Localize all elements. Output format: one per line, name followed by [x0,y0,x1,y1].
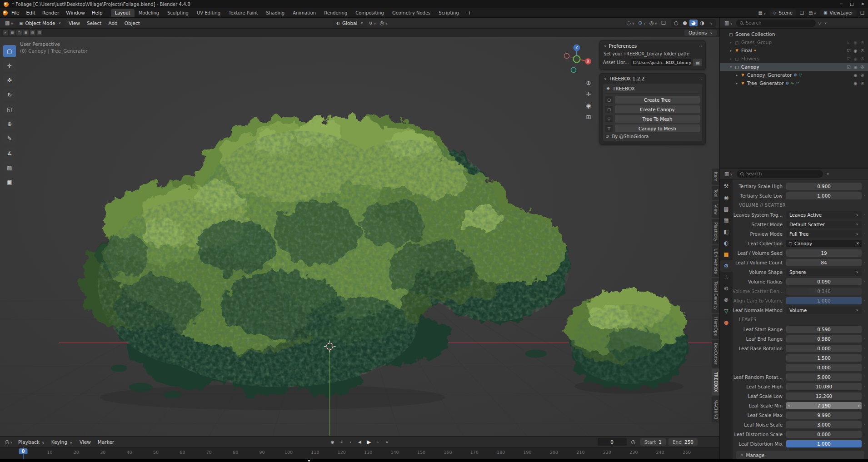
viewport-menu[interactable]: Object [121,20,143,27]
gizmos-toggle-icon[interactable]: ⊙∨ [637,20,647,26]
disable-render-icon[interactable]: ✇ [859,56,866,61]
hide-viewport-icon[interactable]: ◉ [852,73,859,78]
viewport-3d[interactable]: ▸▦▢▣▤▥ Options∨ User Perspective (0) Can… [0,29,719,436]
number-field[interactable]: 0.000 [786,364,862,371]
object-properties-tab[interactable]: ■ [720,249,733,260]
viewport-menu[interactable]: Select [84,20,105,27]
blender-menu-icon[interactable] [3,10,8,15]
app-menu[interactable]: Window [63,9,88,16]
outliner-row[interactable]: ▸▼Final▾☑◉✇ [720,46,868,55]
viewlayer-browse-icon[interactable]: ▤∨ [808,10,817,15]
properties-editor-icon[interactable]: ▥∨ [723,170,734,177]
decrement-arrow-icon[interactable]: ‹ [788,402,790,409]
animate-dot[interactable]: · [862,431,868,437]
animate-dot[interactable]: · [862,259,868,265]
auto-key-button[interactable]: ◉ [329,439,337,445]
manage-panel-header[interactable]: ∨Manage [736,451,864,459]
exclude-checkbox[interactable]: ☑ [845,56,852,61]
exclude-checkbox[interactable]: ☑ [845,48,852,53]
workspace-tab[interactable]: Geometry Nodes [388,9,434,17]
annotate-tool[interactable]: ✎ [3,132,16,144]
xray-toggle-icon[interactable]: ❏ [659,20,668,26]
number-field[interactable]: 0.090 [786,278,862,285]
extra-tool[interactable]: ▣ [3,176,16,188]
animate-dot[interactable]: · [862,193,868,199]
treebox-header[interactable]: TREEBOX 1.2.2 [609,76,645,81]
animate-dot[interactable]: · [862,221,868,227]
workspace-tab[interactable]: Compositing [351,9,388,17]
timeline-menu[interactable]: Keying ∨ [48,438,75,446]
outliner-row[interactable]: ▸▢Flowers☑◉✇ [720,55,868,63]
expand-arrow-icon[interactable]: ▾ [728,65,733,69]
ortho-grid-icon[interactable]: ⊞ [584,114,593,120]
disable-render-icon[interactable]: ✇ [859,48,866,53]
output-properties-tab[interactable]: ▤ [720,204,733,215]
hide-viewport-icon[interactable]: ◉ [852,81,859,86]
outliner-row[interactable]: ▸▼Tree_Generator⚙∿◠◉✇ [720,79,868,87]
animate-dot[interactable]: · [862,383,868,389]
workspace-tab[interactable]: UV Editing [193,9,224,17]
material-properties-tab[interactable]: ● [720,317,733,328]
timeline-editor-icon[interactable]: ◷∨ [4,438,14,445]
navigation-gizmo[interactable]: Z X [560,42,594,76]
collection-field[interactable]: ▢Canopy✕ [786,240,862,247]
current-frame-field[interactable]: 0 [598,438,627,446]
panel-drag-icon[interactable]: ∷ [699,76,702,81]
number-field[interactable]: 0.340 [786,288,862,295]
exclude-checkbox[interactable]: ☑ [845,65,852,70]
shading-solid-icon[interactable]: ● [681,20,689,26]
sidebar-tab-ue4-vehicle[interactable]: UE4 Vehicle [712,245,719,277]
options-button[interactable]: Options∨ [684,30,717,36]
number-field[interactable]: 9.990 [786,412,862,419]
animate-dot[interactable]: · [862,412,868,418]
slider-field[interactable]: 1.000 [786,297,862,304]
disable-render-icon[interactable]: ✇ [859,40,866,45]
animate-dot[interactable]: · [862,402,868,408]
number-field[interactable]: 3.000 [786,421,862,428]
animate-dot[interactable]: · [862,288,868,294]
sidebar-tab-boxcutter[interactable]: BoxCutter [712,340,719,368]
preferences-header[interactable]: Preferences [609,43,637,49]
filter-dropdown-icon[interactable]: ∨ [824,21,827,25]
number-field[interactable]: 1.000 [786,192,862,199]
next-keyframe-button[interactable]: › [374,439,382,445]
shading-wireframe-icon[interactable]: ○ [672,20,680,26]
tool-preset-icon[interactable]: ▸ [3,30,8,35]
animate-dot[interactable]: · [862,298,868,303]
viewlayer-selector[interactable]: ▣ ViewLayer [820,10,857,16]
treebox-op-button[interactable]: Canopy to Mesh [615,124,700,132]
tool-preset-icon[interactable]: ▦ [10,30,15,35]
number-field[interactable]: 5.000 [786,373,862,381]
filter-icon[interactable]: ▽ [818,21,821,25]
number-field[interactable]: 84 [786,259,862,266]
animate-dot[interactable]: · [862,269,868,275]
expand-arrow-icon[interactable]: ▸ [728,40,733,45]
shading-rendered-icon[interactable]: ◑ [698,20,706,26]
physics-properties-tab[interactable]: ⊚ [720,283,733,294]
properties-search[interactable]: Search [737,170,823,178]
workspace-tab[interactable]: Layout [111,9,135,17]
start-frame-field[interactable]: Start1 [640,438,666,446]
workspace-tab[interactable]: Animation [289,9,320,17]
disable-render-icon[interactable]: ✇ [859,65,866,70]
end-frame-field[interactable]: End250 [668,438,698,446]
play-button[interactable]: ▶ [365,438,373,446]
outliner-row[interactable]: ▾▢Canopy☑◉✇ [720,63,868,71]
cursor-tool[interactable]: ✛ [3,60,16,72]
expand-arrow-icon[interactable]: ▸ [728,49,733,53]
animate-dot[interactable]: · [862,422,868,427]
maximize-button[interactable]: □ [850,2,854,6]
select-box-tool[interactable]: ▢ [3,45,16,57]
viewport-menu[interactable]: View [65,20,83,27]
move-tool[interactable]: ✜ [3,74,16,86]
modifier-properties-tab[interactable]: ⚙ [720,260,733,272]
pan-hand-icon[interactable]: ✛ [584,91,593,98]
animate-dot[interactable]: · [862,364,868,370]
tool-properties-tab[interactable]: ⚒ [720,181,733,192]
animate-dot[interactable]: · [862,345,868,351]
animate-dot[interactable]: · [862,355,868,361]
rotate-tool[interactable]: ↻ [3,89,16,101]
new-viewlayer-icon[interactable]: ❏ [859,10,865,15]
treebox-op-button[interactable]: Create Tree [615,96,700,104]
scale-tool[interactable]: ◱ [3,103,16,115]
